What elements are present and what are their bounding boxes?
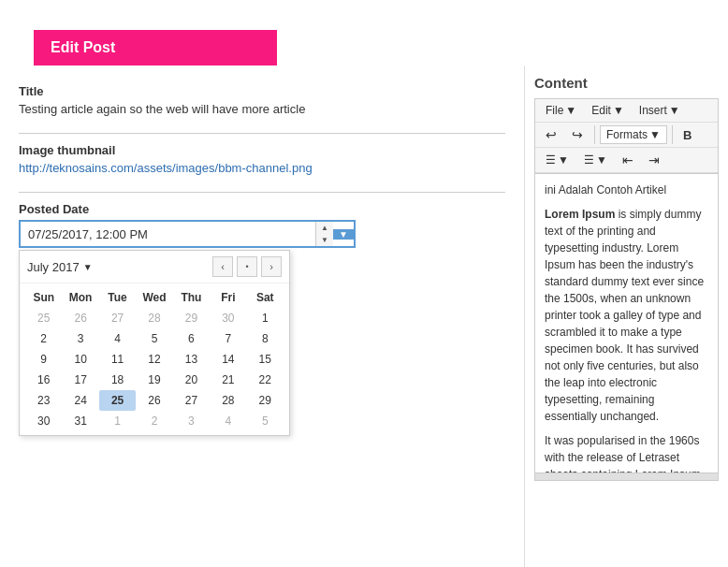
cal-day[interactable]: 8 bbox=[247, 328, 284, 349]
calendar-week-4: 16 17 18 19 20 21 22 bbox=[25, 370, 284, 390]
cal-day[interactable]: 7 bbox=[210, 328, 246, 349]
calendar-day-headers: Sun Mon Tue Wed Thu Fri Sat bbox=[25, 287, 284, 308]
divider-1 bbox=[19, 133, 505, 134]
cal-day[interactable]: 10 bbox=[62, 349, 98, 370]
cal-day[interactable]: 14 bbox=[210, 349, 246, 370]
bold-btn[interactable]: B bbox=[677, 126, 697, 144]
cal-day[interactable]: 1 bbox=[247, 308, 284, 328]
month-dropdown-caret: ▼ bbox=[83, 262, 93, 272]
cal-day-selected[interactable]: 25 bbox=[99, 390, 136, 411]
cal-next-btn[interactable]: › bbox=[261, 256, 282, 277]
cal-day[interactable]: 25 bbox=[25, 308, 62, 328]
cal-prev-btn[interactable]: ‹ bbox=[212, 256, 233, 277]
list-ol-caret: ▼ bbox=[596, 153, 607, 167]
editor-scrollbar[interactable] bbox=[534, 473, 719, 481]
editor-para-1: Lorem Ipsum is simply dummy text of the … bbox=[545, 206, 708, 425]
formats-caret: ▼ bbox=[649, 128, 661, 141]
cal-day[interactable]: 17 bbox=[62, 370, 98, 390]
cal-day[interactable]: 29 bbox=[247, 390, 284, 411]
edit-menu-btn[interactable]: Edit ▼ bbox=[585, 102, 631, 119]
cal-day[interactable]: 9 bbox=[25, 349, 62, 370]
calendar-nav-buttons: ‹ • › bbox=[212, 256, 282, 277]
cal-day[interactable]: 4 bbox=[210, 411, 246, 431]
cal-day[interactable]: 2 bbox=[136, 411, 172, 431]
cal-day[interactable]: 24 bbox=[62, 390, 98, 411]
cal-day[interactable]: 12 bbox=[136, 349, 172, 370]
right-panel: Content File ▼ Edit ▼ Insert ▼ ↩ bbox=[524, 65, 728, 567]
calendar-popup: July 2017 ▼ ‹ • › Sun Mon Tue bbox=[19, 250, 290, 436]
outdent-btn[interactable]: ⇤ bbox=[616, 151, 640, 169]
file-caret: ▼ bbox=[565, 104, 576, 117]
list-ol-btn[interactable]: ☰ ▼ bbox=[577, 152, 614, 168]
day-header-thu: Thu bbox=[173, 287, 210, 308]
title-label: Title bbox=[19, 84, 505, 98]
cal-day[interactable]: 1 bbox=[99, 411, 136, 431]
cal-day[interactable]: 19 bbox=[136, 370, 172, 390]
cal-day[interactable]: 15 bbox=[247, 349, 284, 370]
cal-day[interactable]: 4 bbox=[99, 328, 136, 349]
indent-btn[interactable]: ⇥ bbox=[642, 151, 666, 169]
day-header-sat: Sat bbox=[247, 287, 284, 308]
cal-day[interactable]: 28 bbox=[136, 308, 172, 328]
cal-day[interactable]: 27 bbox=[99, 308, 136, 328]
cal-day[interactable]: 27 bbox=[173, 390, 210, 411]
date-spinners: ▲ ▼ bbox=[315, 222, 333, 246]
cal-day[interactable]: 26 bbox=[62, 308, 98, 328]
cal-day[interactable]: 30 bbox=[210, 308, 246, 328]
formats-label: Formats bbox=[606, 128, 648, 141]
day-header-wed: Wed bbox=[136, 287, 172, 308]
day-header-sun: Sun bbox=[25, 287, 62, 308]
cal-day[interactable]: 16 bbox=[25, 370, 62, 390]
date-input-wrapper: ▲ ▼ ▼ bbox=[19, 220, 356, 248]
cal-day[interactable]: 5 bbox=[247, 411, 284, 431]
toolbar-sep-1 bbox=[594, 125, 595, 144]
spinner-up-btn[interactable]: ▲ bbox=[316, 222, 333, 234]
editor-toolbar: File ▼ Edit ▼ Insert ▼ ↩ ↪ Formats bbox=[534, 98, 719, 174]
cal-day[interactable]: 29 bbox=[173, 308, 210, 328]
cal-day[interactable]: 11 bbox=[99, 349, 136, 370]
undo-btn[interactable]: ↩ bbox=[539, 125, 563, 144]
cal-day[interactable]: 26 bbox=[136, 390, 172, 411]
date-input[interactable] bbox=[21, 223, 315, 246]
cal-day[interactable]: 30 bbox=[25, 411, 62, 431]
calendar-grid: Sun Mon Tue Wed Thu Fri Sat 25 26 27 28 bbox=[20, 284, 289, 435]
formats-dropdown-btn[interactable]: Formats ▼ bbox=[600, 125, 667, 144]
insert-menu-btn[interactable]: Insert ▼ bbox=[633, 102, 687, 119]
cal-day[interactable]: 21 bbox=[210, 370, 246, 390]
editor-body-text: is simply dummy text of the printing and… bbox=[545, 208, 704, 423]
edit-label: Edit bbox=[591, 104, 611, 117]
cal-day[interactable]: 23 bbox=[25, 390, 62, 411]
calendar-week-5: 23 24 25 26 27 28 29 bbox=[25, 390, 284, 411]
cal-day[interactable]: 3 bbox=[62, 328, 98, 349]
spinner-down-btn[interactable]: ▼ bbox=[316, 234, 333, 246]
cal-day[interactable]: 22 bbox=[247, 370, 284, 390]
image-section: Image thumbnail http://teknosains.com/as… bbox=[19, 143, 505, 175]
file-menu-btn[interactable]: File ▼ bbox=[539, 102, 583, 119]
divider-2 bbox=[19, 192, 505, 193]
cal-day[interactable]: 31 bbox=[62, 411, 98, 431]
insert-caret: ▼ bbox=[669, 104, 680, 117]
image-url-link[interactable]: http://teknosains.com/assets/images/bbm-… bbox=[19, 161, 313, 175]
cal-day[interactable]: 3 bbox=[173, 411, 210, 431]
cal-day[interactable]: 13 bbox=[173, 349, 210, 370]
date-dropdown-arrow[interactable]: ▼ bbox=[333, 229, 354, 240]
list-ul-btn[interactable]: ☰ ▼ bbox=[539, 152, 575, 168]
redo-btn[interactable]: ↪ bbox=[565, 125, 590, 144]
file-label: File bbox=[546, 104, 563, 117]
cal-today-btn[interactable]: • bbox=[237, 256, 257, 277]
toolbar-row-3: ☰ ▼ ☰ ▼ ⇤ ⇥ bbox=[535, 148, 718, 173]
cal-day[interactable]: 2 bbox=[25, 328, 62, 349]
calendar-month-label[interactable]: July 2017 ▼ bbox=[27, 260, 93, 274]
day-header-mon: Mon bbox=[62, 287, 98, 308]
edit-caret: ▼ bbox=[613, 104, 624, 117]
cal-day[interactable]: 5 bbox=[136, 328, 172, 349]
cal-day[interactable]: 28 bbox=[210, 390, 246, 411]
cal-day[interactable]: 18 bbox=[99, 370, 136, 390]
calendar-week-1: 25 26 27 28 29 30 1 bbox=[25, 308, 284, 328]
calendar-header: July 2017 ▼ ‹ • › bbox=[20, 251, 289, 284]
cal-day[interactable]: 20 bbox=[173, 370, 210, 390]
editor-para-2: It was popularised in the 1960s with the… bbox=[545, 432, 708, 473]
cal-day[interactable]: 6 bbox=[173, 328, 210, 349]
editor-content-area[interactable]: ini Adalah Contoh Artikel Lorem Ipsum is… bbox=[534, 174, 719, 473]
list-ul-caret: ▼ bbox=[558, 153, 569, 167]
